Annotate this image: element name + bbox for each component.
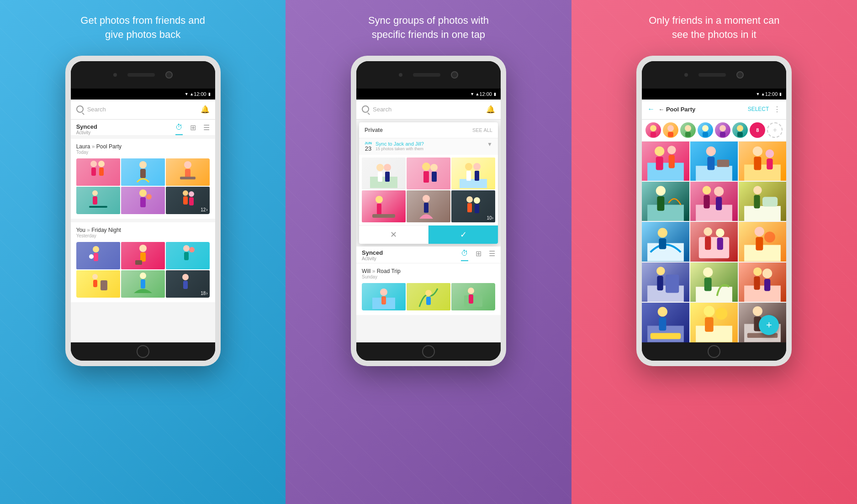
svg-rect-53 [424,203,428,213]
fab-add-photo-button[interactable]: + [759,315,779,335]
svg-rect-80 [656,157,663,170]
speaker-2 [413,73,440,77]
svg-point-79 [655,146,664,156]
avatar-2[interactable] [680,122,696,138]
select-button[interactable]: SELECT [748,106,769,112]
svg-point-124 [753,267,762,276]
synced-tabs-2: ⏱ ⊞ ☰ [461,249,495,261]
svg-rect-77 [737,132,743,137]
more-options-icon[interactable]: ⋮ [773,105,781,114]
signal-icon-2: ▼ ▲ [470,92,479,96]
bell-icon-1[interactable]: 🔔 [201,105,210,114]
pp-photo-8 [739,222,786,261]
svg-rect-109 [705,236,711,250]
svg-point-84 [706,146,716,156]
svg-point-31 [140,273,146,279]
avatar-add-button[interactable]: + [767,122,783,138]
svg-point-129 [658,307,667,316]
sync-photo-count: 15 photos taken with them [376,147,483,151]
tab-clock-icon-2[interactable]: ⏱ [461,249,468,261]
phone-3-screen: ← ← Pool Party SELECT ⋮ [642,100,786,342]
avatar-5[interactable] [732,122,748,138]
home-button-2[interactable] [422,345,435,358]
svg-point-110 [716,229,725,237]
svg-rect-106 [659,238,667,249]
modal-photo-grid: 10› [359,155,498,225]
search-icon-2 [362,105,369,113]
svg-point-12 [139,189,147,197]
search-input-1[interactable]: Search [87,106,197,113]
svg-point-74 [719,125,726,131]
svg-rect-41 [423,171,429,183]
status-bar-3: ▼ ▲ 12:00 ▮ [642,89,786,100]
svg-rect-10 [93,196,97,205]
avatar-0[interactable] [645,122,661,138]
tab-clock-icon[interactable]: ⏱ [175,123,183,135]
svg-rect-35 [370,177,397,188]
svg-rect-125 [754,276,760,289]
photo-cell [76,270,120,298]
svg-rect-114 [756,237,763,251]
photo-cell [166,242,210,269]
activity-item-0[interactable]: Laura » Pool Party Today [71,139,215,219]
activity-item-road-trip[interactable]: Will » Road Trip Sunday [356,263,501,315]
svg-point-25 [183,245,190,252]
activity-date-0: Today [76,150,210,155]
tab-grid-icon[interactable]: ⊞ [190,123,196,135]
photo-cell [121,270,165,298]
modal-actions: ✕ ✓ [359,225,498,244]
activity-date-road-trip: Sunday [362,274,495,279]
avatar-4[interactable] [715,122,730,138]
see-all-label[interactable]: SEE ALL [472,127,492,133]
tab-list-icon[interactable]: ☰ [203,123,210,135]
svg-point-19 [93,246,99,252]
search-bar-2[interactable]: Search 🔔 [356,100,501,120]
avatar-count-badge[interactable]: 8 [750,122,765,138]
svg-rect-26 [184,252,189,260]
phone-1: ▼ ▲ 12:00 ▮ Search 🔔 Synced Act [65,56,221,366]
svg-rect-11 [89,206,107,208]
avatar-1[interactable] [663,122,678,138]
phone-3-bezel-bottom [642,342,786,361]
sync-expand-icon[interactable]: ▼ [487,141,492,147]
back-arrow-icon[interactable]: ← [647,105,655,113]
modal-photo-cell-count: 10› [451,190,495,222]
bell-icon-2[interactable]: 🔔 [486,105,495,114]
synced-activity-1: Activity [76,130,97,135]
svg-rect-123 [744,285,781,302]
svg-rect-89 [754,157,762,170]
battery-icon-3: ▮ [779,92,782,96]
phone-2-bezel-top [356,61,501,89]
svg-rect-51 [372,214,395,218]
modal-cancel-button[interactable]: ✕ [359,226,429,244]
activity-item-1[interactable]: You » Friday Night Yesterday [71,222,215,302]
avatar-3[interactable] [698,122,713,138]
svg-rect-127 [764,279,770,291]
svg-rect-18 [189,197,194,205]
svg-point-59 [380,289,387,296]
svg-rect-111 [717,238,723,250]
modal-confirm-button[interactable]: ✓ [428,226,498,244]
panel-pool-party: Only friends in a moment can see the pho… [571,0,857,504]
search-input-2[interactable]: Search [373,106,482,113]
svg-rect-97 [704,195,710,208]
svg-rect-95 [696,205,732,221]
synced-label-1: Synced [76,123,97,130]
home-button-3[interactable] [708,345,720,358]
svg-point-76 [737,125,743,131]
pp-photo-3 [642,182,689,221]
home-button-1[interactable] [137,345,149,358]
search-bar-1[interactable]: Search 🔔 [71,100,215,120]
svg-point-64 [468,288,474,294]
svg-point-68 [667,125,674,131]
camera-lens [165,71,173,79]
svg-point-9 [92,190,98,196]
panel-sync-photos: Sync groups of photos with specific frie… [286,0,571,504]
tab-list-icon-2[interactable]: ☰ [489,249,495,261]
sync-suggestion: JUN 23 Sync to Jack and Jill? 15 photos … [359,138,498,155]
svg-rect-8 [180,177,196,179]
camera-dots [113,71,173,79]
photo-cell-count-1: 18› [166,270,210,298]
tab-grid-icon-2[interactable]: ⊞ [476,249,481,261]
photo-cell-trip [362,283,406,310]
